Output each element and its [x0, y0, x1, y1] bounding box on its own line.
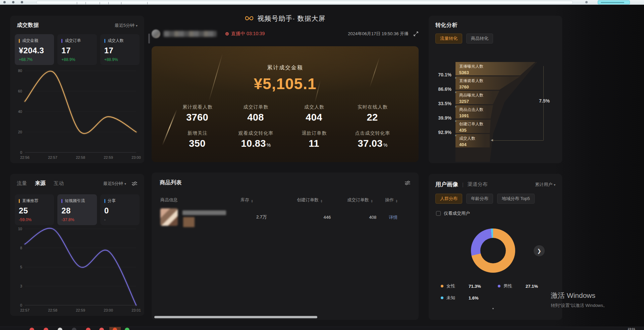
metric-change: -37.8% [61, 217, 93, 222]
browser-topbar [0, 0, 644, 5]
metric-change: +88.9% [104, 57, 136, 62]
deal-users-only-checkbox[interactable]: 仅看成交用户 [436, 210, 562, 216]
metric-card-live-recommend[interactable]: 直播推荐 25 -59.0% [15, 194, 54, 225]
cell-created-orders: 446 [285, 215, 331, 220]
metric-indicator [104, 199, 105, 203]
carousel-next-button[interactable]: ❯ [534, 245, 545, 256]
taskbar-app-icon[interactable] [72, 328, 76, 330]
taskbar-app-icon[interactable] [58, 328, 62, 330]
page-scrollbar-thumb[interactable] [148, 34, 150, 44]
stat-deal-buyers: 成交人数404 [285, 104, 343, 123]
taskbar-active-app[interactable] [109, 327, 121, 330]
svg-text:23:00: 23:00 [131, 155, 141, 159]
metric-card-short-video[interactable]: 短视频引流 28 -37.8% [57, 194, 97, 225]
windows-taskbar[interactable]: 23:01 [0, 327, 644, 330]
chevron-down-icon: ▾ [136, 24, 138, 27]
table-row[interactable]: 2.7万 446 408 详情 [152, 208, 419, 226]
svg-text:80: 80 [18, 69, 22, 73]
screen: 成交数据 最近5分钟▾ 成交金额 ¥204.3 +68.7% 成交订单 17 +… [0, 0, 644, 330]
address-bar[interactable] [36, 1, 573, 4]
funnel-bar-order-creators[interactable]: 创建订单人数435 [455, 120, 491, 133]
metric-value: 0 [104, 206, 136, 215]
svg-text:22:57: 22:57 [48, 155, 57, 159]
browser-update-button[interactable] [598, 0, 630, 4]
metric-card-share[interactable]: 分享 0 - [100, 194, 140, 225]
summary-stats-grid: 累计观看人数3760 成交订单数408 成交人数404 实时在线人数22 新增关… [168, 104, 402, 149]
taskbar-app-icon[interactable] [125, 328, 129, 330]
metric-value: 28 [61, 206, 93, 215]
metric-value: 25 [19, 206, 50, 215]
svg-text:23:01: 23:01 [131, 308, 141, 312]
gender-donut-chart [471, 228, 515, 273]
metric-change: - [104, 217, 136, 222]
sort-icon[interactable]: ▲▼ [320, 199, 323, 203]
svg-text:22:57: 22:57 [20, 308, 30, 312]
metric-card-orders[interactable]: 成交订单 17 +88.9% [57, 34, 97, 65]
streamer-avatar-blurred [152, 29, 160, 38]
product-image-blurred [160, 208, 178, 226]
detail-link[interactable]: 详情 [389, 215, 397, 220]
filter-sliders-icon[interactable] [405, 181, 411, 185]
tab-source[interactable]: 来源 [35, 180, 46, 187]
live-info-bar: 直播中 03:10:39 2024年06月17日 19:50:36 开播 [152, 29, 419, 39]
arrow-left-icon: ◀ [491, 138, 493, 142]
funnel-step-rate: 86.6% [430, 86, 451, 92]
svg-text:20: 20 [18, 130, 22, 134]
cell-stock: 2.7万 [256, 214, 285, 220]
svg-text:5: 5 [20, 265, 22, 269]
fullscreen-icon[interactable] [413, 31, 419, 37]
filter-sliders-icon[interactable] [131, 181, 138, 186]
live-status-badge: 直播中 03:10:39 [225, 31, 265, 37]
taskbar-app-icon[interactable] [99, 328, 104, 330]
column-deal-orders: 成交订单数 [347, 197, 369, 202]
taskbar-app-icon[interactable] [44, 328, 48, 330]
product-list-panel: 商品列表 商品信息 库存▲▼ 创建订单数▲▼ 成交订单数▲▼ 操作▲▼ [152, 173, 419, 320]
sort-icon[interactable]: ▲▼ [395, 199, 398, 203]
time-range-dropdown[interactable]: 最近5分钟▾ [115, 22, 138, 28]
browser-back-icon[interactable] [3, 1, 6, 3]
metric-indicator [61, 199, 62, 203]
sort-icon[interactable]: ▲▼ [371, 199, 373, 203]
app-header: 视频号助手· 数据大屏 [152, 13, 419, 24]
browser-home-icon[interactable] [21, 1, 23, 3]
svg-text:8: 8 [20, 246, 22, 250]
tab-channel-distribution[interactable]: 渠道分布 [468, 181, 488, 188]
funnel-step-rate: 39.9% [430, 115, 451, 121]
checkbox-icon[interactable] [436, 211, 441, 216]
metric-indicator [19, 199, 20, 203]
taskbar-app-icon[interactable] [86, 328, 91, 330]
stat-new-followers: 新增关注350 [168, 130, 227, 149]
traffic-source-panel: 流量 来源 互动 最近5分钟▾ 直播推荐 25 [10, 174, 144, 316]
gmv-summary-panel: 累计成交金额 ¥5,105.1 累计观看人数3760 成交订单数408 成交人数… [152, 46, 419, 162]
funnel-bar-product-exposure[interactable]: 商品曝光人数3257 [455, 91, 499, 104]
metric-indicator [61, 39, 62, 43]
browser-refresh-icon[interactable] [12, 1, 14, 3]
funnel-bar-buyers[interactable]: 成交人数404 [455, 134, 490, 147]
tab-user-portrait[interactable]: 用户画像 [435, 181, 458, 188]
panel-title: 商品列表 [160, 179, 182, 186]
product-name-blurred [182, 208, 256, 226]
streamer-name-blurred [164, 31, 217, 37]
gmv-value: ¥5,105.1 [152, 75, 419, 93]
metric-card-gmv[interactable]: 成交金额 ¥204.3 +68.7% [15, 34, 54, 65]
tab-interaction[interactable]: 互动 [54, 180, 64, 187]
tab-age-distribution[interactable]: 年龄分布 [466, 194, 493, 204]
tab-traffic[interactable]: 流量 [17, 180, 27, 187]
tab-region-distribution[interactable]: 地域分布 Top5 [497, 194, 535, 204]
horizontal-scrollbar[interactable] [154, 316, 317, 318]
taskbar-app-icon[interactable] [30, 328, 34, 330]
time-range-dropdown[interactable]: 最近5分钟▾ [103, 181, 126, 187]
scope-dropdown[interactable]: 累计用户▾ [535, 182, 555, 188]
extension-icon[interactable] [585, 1, 588, 3]
metric-value: 17 [104, 46, 136, 55]
funnel-step-rate: 70.1% [430, 72, 451, 77]
carousel-page-dot[interactable] [492, 308, 494, 309]
column-product-info: 商品信息 [160, 197, 240, 203]
tab-gender-distribution[interactable]: 人群分布 [435, 194, 462, 204]
stat-click-conversion: 点击成交转化率37.03% [343, 130, 402, 149]
stat-deal-orders: 成交订单数408 [227, 104, 285, 123]
funnel-bar-product-clicks[interactable]: 商品点击人数1091 [455, 105, 493, 119]
sort-icon[interactable]: ▲▼ [251, 199, 253, 203]
stat-online-now: 实时在线人数22 [343, 104, 402, 123]
metric-card-buyers[interactable]: 成交人数 17 +88.9% [100, 34, 140, 65]
